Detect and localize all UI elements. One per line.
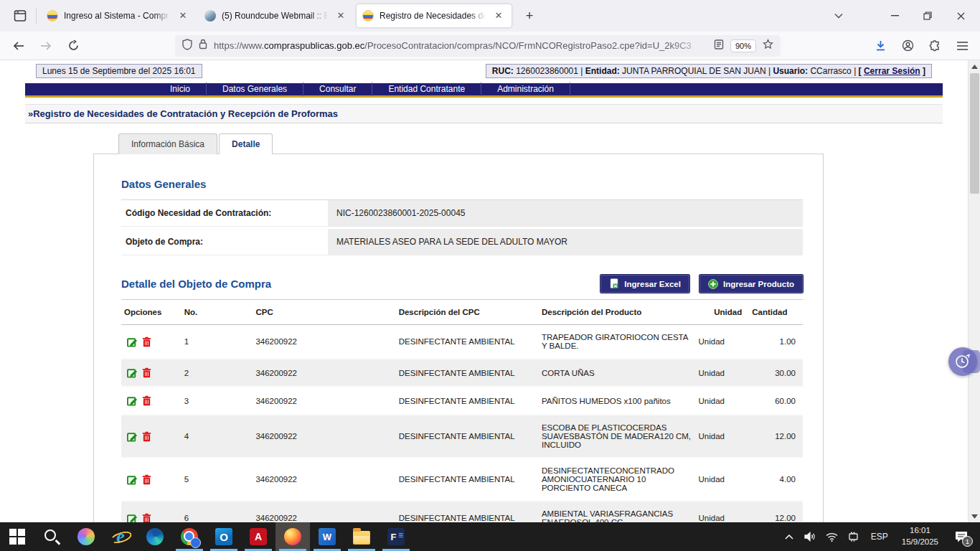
extensions-icon[interactable] — [924, 35, 946, 57]
volume-icon[interactable] — [801, 522, 820, 551]
display-sync-icon[interactable] — [844, 522, 863, 551]
reader-view-icon[interactable] — [714, 39, 724, 52]
edit-icon[interactable] — [127, 513, 138, 523]
forward-icon[interactable] — [34, 35, 57, 57]
browser-tab[interactable]: Registro de Necesidades de Co ✕ — [357, 4, 512, 27]
taskbar-app-button[interactable] — [379, 522, 413, 551]
cell-cpc-desc: DESINFECTANTE AMBIENTAL — [396, 359, 539, 387]
content-tab[interactable]: Detalle — [219, 133, 273, 154]
page-scrollbar[interactable] — [968, 60, 980, 522]
shield-icon[interactable] — [182, 39, 192, 53]
taskbar-app-button[interactable] — [275, 522, 310, 551]
ingresar-excel-button[interactable]: Ingresar Excel — [600, 275, 689, 293]
clock[interactable]: 16:01 15/9/2025 — [896, 525, 944, 547]
tab-close-icon[interactable]: ✕ — [334, 9, 348, 23]
delete-icon[interactable] — [142, 367, 151, 378]
edit-icon[interactable] — [127, 431, 138, 442]
datos-generales-row: Objeto de Compra: MATERIALES ASEO PARA L… — [121, 229, 803, 255]
nav-item[interactable]: Administración — [481, 83, 570, 96]
ingresar-producto-button[interactable]: Ingresar Producto — [699, 275, 803, 293]
browser-tab[interactable]: Ingreso al Sistema - Compras P ✕ — [41, 4, 196, 27]
browser-tab[interactable]: (5) Roundcube Webmail :: Entra ✕ — [199, 4, 354, 27]
cell-cpc-desc: DESINFECTANTE AMBIENTAL — [396, 458, 539, 501]
menu-hamburger-icon[interactable] — [951, 35, 973, 57]
column-header: Cantidad — [749, 300, 803, 325]
edit-icon[interactable] — [127, 367, 138, 378]
taskbar-app-icon — [387, 528, 405, 545]
cell-no: 5 — [182, 458, 253, 501]
nav-item[interactable]: Inicio — [154, 83, 207, 96]
datos-generales-row: Código Necesidad de Contratación: NIC-12… — [121, 200, 803, 227]
wifi-icon[interactable] — [823, 522, 842, 551]
taskbar-app-button[interactable] — [172, 522, 207, 551]
taskbar-app-button[interactable] — [241, 522, 275, 551]
clock-widget-icon[interactable] — [948, 347, 977, 376]
scrollbar-thumb[interactable] — [970, 73, 979, 194]
delete-icon[interactable] — [142, 336, 151, 347]
logout-link[interactable]: Cerrar Sesión — [864, 66, 920, 76]
browser-tabs: Ingreso al Sistema - Compras P ✕ (5) Rou… — [41, 4, 514, 27]
windows-taskbar: ESP 16:01 15/9/2025 1 — [0, 522, 980, 551]
screen-time-widget[interactable] — [948, 347, 977, 376]
new-tab-button[interactable]: + — [519, 5, 540, 27]
column-header: CPC — [253, 300, 395, 325]
firefox-view-icon[interactable] — [9, 5, 32, 27]
tray-chevron-up-icon[interactable] — [780, 522, 798, 551]
cell-cpc: 346200922 — [253, 387, 395, 415]
restore-button[interactable] — [911, 0, 944, 32]
column-header: Opciones — [121, 300, 182, 325]
cell-no: 1 — [182, 325, 253, 359]
zoom-level-badge[interactable]: 90% — [730, 39, 756, 52]
taskbar-app-button[interactable] — [103, 522, 138, 551]
cell-unidad: Unidad — [696, 501, 750, 522]
nav-item[interactable]: Consultar — [303, 83, 372, 96]
close-window-button[interactable] — [944, 0, 977, 32]
edit-icon[interactable] — [127, 474, 138, 485]
taskbar-app-icon — [146, 528, 164, 545]
table-row: 3 346200922 DESINFECTANTE AMBIENTAL PAÑI… — [121, 387, 803, 415]
taskbar-app-icon — [112, 528, 129, 545]
cell-producto: AMBIENTAL VARIASFRAGANCIAS ENAEROSOL 400… — [539, 501, 696, 522]
account-icon[interactable] — [897, 35, 918, 57]
delete-icon[interactable] — [142, 395, 151, 406]
nav-item[interactable]: Entidad Contratante — [372, 83, 481, 96]
edit-icon[interactable] — [127, 336, 138, 347]
table-body: 1 346200922 DESINFECTANTE AMBIENTAL TRAP… — [121, 325, 803, 523]
taskbar-app-button[interactable] — [344, 522, 379, 551]
cell-no: 3 — [182, 387, 253, 415]
minimize-button[interactable] — [878, 0, 911, 32]
delete-icon[interactable] — [142, 513, 151, 523]
scroll-down-icon[interactable] — [969, 510, 980, 522]
taskbar-app-button[interactable] — [0, 522, 34, 551]
delete-icon[interactable] — [142, 474, 151, 485]
cell-unidad: Unidad — [696, 325, 750, 359]
delete-icon[interactable] — [142, 431, 151, 442]
back-icon[interactable] — [7, 35, 30, 57]
lock-icon[interactable] — [199, 39, 207, 52]
taskbar-app-icon — [353, 531, 370, 545]
list-all-tabs-icon[interactable] — [826, 0, 851, 32]
content-tab[interactable]: Información Básica — [118, 133, 217, 154]
bookmark-star-icon[interactable] — [763, 39, 773, 52]
taskbar-app-icon — [181, 528, 198, 545]
action-center-icon[interactable]: 1 — [947, 522, 976, 551]
downloads-icon[interactable] — [870, 35, 891, 57]
taskbar-app-button[interactable] — [34, 522, 69, 551]
scroll-up-icon[interactable] — [969, 60, 980, 72]
language-indicator[interactable]: ESP — [866, 532, 893, 542]
datos-generales-heading: Datos Generales — [121, 178, 803, 190]
taskbar-app-button[interactable] — [138, 522, 172, 551]
cell-unidad: Unidad — [696, 458, 750, 501]
field-label: Objeto de Compra: — [121, 229, 328, 255]
tab-close-icon[interactable]: ✕ — [176, 9, 190, 23]
tab-close-icon[interactable]: ✕ — [491, 9, 506, 23]
url-bar[interactable]: https://www.compraspublicas.gob.ec/Proce… — [175, 35, 781, 57]
edit-icon[interactable] — [127, 395, 138, 406]
taskbar-app-button[interactable] — [310, 522, 344, 551]
detalle-panel: Datos Generales Código Necesidad de Cont… — [93, 154, 824, 522]
taskbar-app-button[interactable] — [207, 522, 241, 551]
taskbar-app-button[interactable] — [69, 522, 103, 551]
table-row: 2 346200922 DESINFECTANTE AMBIENTAL CORT… — [121, 359, 803, 387]
reload-icon[interactable] — [62, 35, 85, 57]
nav-item[interactable]: Datos Generales — [207, 83, 303, 96]
